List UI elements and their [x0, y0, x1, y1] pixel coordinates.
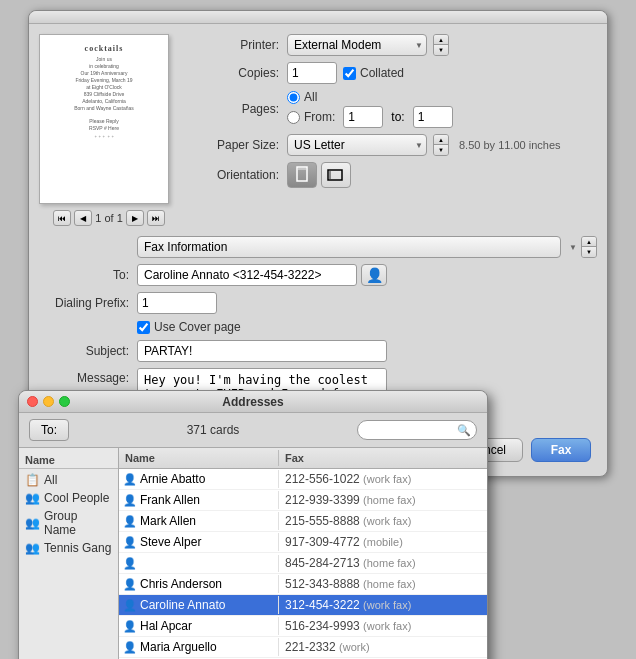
- group-group-name[interactable]: 👥 Group Name: [19, 507, 118, 539]
- paper-size-label: Paper Size:: [189, 138, 279, 152]
- paper-size-row: Paper Size: US Letter ▲ ▼ 8.50 by 11.00 …: [189, 134, 597, 156]
- printer-select[interactable]: External Modem: [287, 34, 427, 56]
- last-page-button[interactable]: ⏭: [147, 210, 165, 226]
- contact-name-text: Hal Apcar: [140, 619, 192, 633]
- group-cool-people-label: Cool People: [44, 491, 109, 505]
- first-page-button[interactable]: ⏮: [53, 210, 71, 226]
- pages-to-input[interactable]: [413, 106, 453, 128]
- printer-down-arrow[interactable]: ▼: [434, 45, 448, 55]
- contact-icon: 👤: [123, 557, 137, 570]
- paper-size-down-arrow[interactable]: ▼: [434, 145, 448, 155]
- dialing-prefix-input[interactable]: [137, 292, 217, 314]
- collated-label: Collated: [343, 66, 404, 80]
- contacts-pane: Name Fax 👤Arnie Abatto 212-556-1022 (wor…: [119, 448, 487, 659]
- contact-icon: 👤: [123, 515, 137, 528]
- preview-line: 839 Cliffside Drive: [46, 91, 162, 98]
- fax-button[interactable]: Fax: [531, 438, 591, 462]
- collated-checkbox[interactable]: [343, 67, 356, 80]
- svg-rect-1: [298, 168, 306, 170]
- minimize-window-button[interactable]: [43, 396, 54, 407]
- contact-row-selected[interactable]: 👤Caroline Annato 312-454-3222 (work fax): [119, 595, 487, 616]
- contact-row[interactable]: 👤 845-284-2713 (home fax): [119, 553, 487, 574]
- contact-row[interactable]: 👤Mark Allen 215-555-8888 (work fax): [119, 511, 487, 532]
- paper-size-select[interactable]: US Letter: [287, 134, 427, 156]
- preview-line: Please Reply: [46, 118, 162, 125]
- contact-name-text: Maria Arguello: [140, 640, 217, 654]
- printer-select-wrapper: External Modem: [287, 34, 427, 56]
- subject-input[interactable]: [137, 340, 387, 362]
- window-titlebar: Addresses: [19, 391, 487, 413]
- maximize-window-button[interactable]: [59, 396, 70, 407]
- pages-from-input[interactable]: [343, 106, 383, 128]
- contact-icon: 👤: [123, 620, 137, 633]
- contact-row[interactable]: 👤Maria Arguello 221-2332 (work): [119, 637, 487, 658]
- contact-name-text: Chris Anderson: [140, 577, 222, 591]
- paper-size-up-arrow[interactable]: ▲: [434, 135, 448, 145]
- preview-paper: cocktails Join us in celebrating Our 19t…: [39, 34, 169, 204]
- fax-info-stepper[interactable]: ▲ ▼: [581, 236, 597, 258]
- preview-line: Join us: [46, 56, 162, 63]
- copies-row: Copies: Collated: [189, 62, 597, 84]
- pages-all-option: All: [287, 90, 317, 104]
- fax-to-label: To:: [39, 268, 129, 282]
- groups-pane: Name 📋 All 👥 Cool People 👥 Group Name 👥 …: [19, 448, 119, 659]
- pages-all-radio[interactable]: [287, 91, 300, 104]
- subject-row: Subject:: [39, 340, 597, 362]
- contact-fax-text: 312-454-3222 (work fax): [279, 596, 487, 614]
- portrait-button[interactable]: [287, 162, 317, 188]
- printer-stepper[interactable]: ▲ ▼: [433, 34, 449, 56]
- pages-from-radio[interactable]: [287, 111, 300, 124]
- copies-input[interactable]: [287, 62, 337, 84]
- message-label: Message:: [39, 371, 129, 385]
- cover-page-row: Use Cover page: [39, 320, 597, 334]
- contact-row[interactable]: 👤Hal Apcar 516-234-9993 (work fax): [119, 616, 487, 637]
- printer-up-arrow[interactable]: ▲: [434, 35, 448, 45]
- contact-fax-text: 212-939-3399 (home fax): [279, 491, 487, 509]
- group-all-icon: 📋: [25, 473, 40, 487]
- prev-page-button[interactable]: ◀: [74, 210, 92, 226]
- preview-line: Our 19th Anniversary: [46, 70, 162, 77]
- group-all[interactable]: 📋 All: [19, 471, 118, 489]
- group-tennis-gang[interactable]: 👥 Tennis Gang: [19, 539, 118, 557]
- group-cool-people[interactable]: 👥 Cool People: [19, 489, 118, 507]
- orientation-buttons: [287, 162, 351, 188]
- next-page-button[interactable]: ▶: [126, 210, 144, 226]
- contact-icon: 👤: [123, 473, 137, 486]
- group-name-icon: 👥: [25, 516, 40, 530]
- pages-from-option: From:: [287, 110, 335, 124]
- contact-icon: 👤: [123, 536, 137, 549]
- preview-line: RSVP # Here: [46, 125, 162, 132]
- landscape-button[interactable]: [321, 162, 351, 188]
- contact-fax-text: 917-309-4772 (mobile): [279, 533, 487, 551]
- print-dialog-header: [29, 11, 607, 24]
- cover-page-checkbox[interactable]: [137, 321, 150, 334]
- contact-book-button[interactable]: 👤: [361, 264, 387, 286]
- contact-name-text: Caroline Annato: [140, 598, 225, 612]
- contacts-header: Name Fax: [119, 448, 487, 469]
- close-window-button[interactable]: [27, 396, 38, 407]
- contact-row[interactable]: 👤Arnie Abatto 212-556-1022 (work fax): [119, 469, 487, 490]
- to-button[interactable]: To:: [29, 419, 69, 441]
- preview-pane: cocktails Join us in celebrating Our 19t…: [39, 34, 179, 226]
- subject-label: Subject:: [39, 344, 129, 358]
- search-input[interactable]: [357, 420, 477, 440]
- contact-row[interactable]: 👤Frank Allen 212-939-3399 (home fax): [119, 490, 487, 511]
- cover-page-label: Use Cover page: [137, 320, 241, 334]
- fax-recipient-input[interactable]: [137, 264, 357, 286]
- contact-name-text: Frank Allen: [140, 493, 200, 507]
- page-indicator: 1 of 1: [95, 212, 123, 224]
- paper-size-stepper[interactable]: ▲ ▼: [433, 134, 449, 156]
- cards-count: 371 cards: [187, 423, 240, 437]
- fax-info-select[interactable]: Fax Information: [137, 236, 561, 258]
- contact-fax-text: 212-556-1022 (work fax): [279, 470, 487, 488]
- fax-info-up-arrow[interactable]: ▲: [582, 237, 596, 247]
- contact-fax-text: 512-343-8888 (home fax): [279, 575, 487, 593]
- contact-row[interactable]: 👤Chris Anderson 512-343-8888 (home fax): [119, 574, 487, 595]
- fax-info-down-arrow[interactable]: ▼: [582, 247, 596, 257]
- contact-icon: 👤: [123, 599, 137, 612]
- settings-pane: Printer: External Modem ▲ ▼ Copies:: [189, 34, 597, 226]
- preview-line: in celebrating: [46, 63, 162, 70]
- svg-rect-3: [329, 171, 331, 179]
- contact-row[interactable]: 👤Steve Alper 917-309-4772 (mobile): [119, 532, 487, 553]
- preview-nav: ⏮ ◀ 1 of 1 ▶ ⏭: [39, 210, 179, 226]
